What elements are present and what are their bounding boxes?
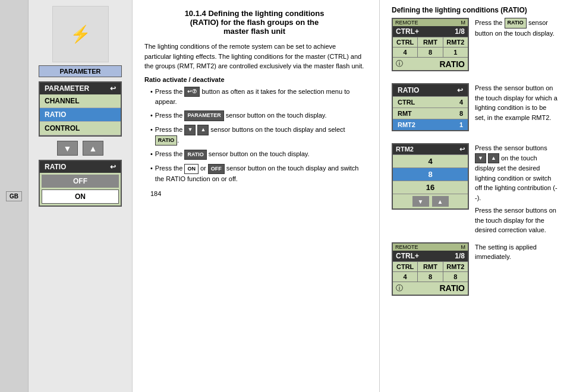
down-arrow-right: ▼ bbox=[475, 153, 486, 164]
main-content: 10.1.4 Defining the lighting conditions … bbox=[133, 0, 376, 392]
rtm2-val3: 16 bbox=[393, 181, 468, 194]
right-text-1: Press the RATIO sensor button on the tou… bbox=[475, 18, 558, 38]
down-arrow-inline: ▼ bbox=[184, 125, 196, 135]
right-lcd-2: RATIO ↩ CTRL 4 RMT 8 RMT2 1 bbox=[392, 83, 469, 136]
control-menu-item[interactable]: CONTROL bbox=[40, 122, 121, 135]
bullet-1: • Press the ↩⑦ button as often as it tak… bbox=[144, 87, 364, 107]
on-button[interactable]: ON bbox=[42, 189, 119, 204]
bullet-4: • Press the ON or OFF sensor button on t… bbox=[144, 163, 364, 184]
bullet-3b: • Press the RATIO sensor button on the t… bbox=[144, 149, 364, 160]
bottom-rmt2-header: RMT2 bbox=[443, 262, 468, 271]
bullet-2: • Press the PARAMETER sensor button on t… bbox=[144, 110, 364, 121]
right-diagrams-panel: Defining the lighting conditions (RATIO)… bbox=[383, 0, 567, 392]
right-section-2: RATIO ↩ CTRL 4 RMT 8 RMT2 1 Press the se… bbox=[392, 83, 558, 136]
page-number: 184 bbox=[150, 190, 370, 197]
ratio-menu-title: RATIO ↩ bbox=[393, 84, 468, 96]
rtm2-up-arrow[interactable]: ▲ bbox=[432, 196, 449, 207]
param-menu-title: PARAMETER ↩ bbox=[40, 83, 121, 94]
flash-unit-image: ⚡ bbox=[52, 6, 109, 62]
ratio-label-right: RATIO bbox=[505, 18, 527, 29]
rtm2-header: RTM2 ↩ bbox=[393, 144, 468, 154]
applied-text: The setting is applied immediately. bbox=[475, 242, 558, 262]
right-lcd-3: RTM2 ↩ 4 8 16 ▼ ▲ bbox=[392, 143, 469, 214]
rmt2-val: 1 bbox=[443, 48, 468, 57]
down-arrow-button[interactable]: ▼ bbox=[57, 141, 78, 156]
lcd-bottom: REMOTE M CTRL+ 1/8 CTRL RMT RMT2 4 8 8 bbox=[392, 242, 469, 296]
right-section-4: REMOTE M CTRL+ 1/8 CTRL RMT RMT2 4 8 8 bbox=[392, 242, 558, 301]
lcd-bottom-header: REMOTE M bbox=[393, 244, 468, 251]
ratio-inline-label2: RATIO bbox=[184, 150, 206, 160]
rtm2-val1: 4 bbox=[393, 154, 468, 167]
on-inline-label: ON bbox=[184, 164, 199, 175]
rmt2-header: RMT2 bbox=[443, 37, 468, 47]
right-heading: Defining the lighting conditions (RATIO) bbox=[392, 6, 558, 14]
arrow-buttons: ▼ ▲ bbox=[57, 141, 103, 156]
up-arrow-inline: ▲ bbox=[197, 125, 209, 135]
parameter-label-button[interactable]: PARAMETER bbox=[39, 65, 122, 77]
bottom-ctrl-val: 4 bbox=[393, 272, 418, 282]
left-sidebar: GB bbox=[0, 0, 29, 392]
ctrl-val: 4 bbox=[393, 48, 418, 57]
off-button[interactable]: OFF bbox=[42, 175, 119, 188]
bottom-rmt2-val: 8 bbox=[443, 272, 468, 282]
right-section-3: RTM2 ↩ 4 8 16 ▼ ▲ Press the sensor butto… bbox=[392, 143, 558, 235]
bottom-rmt-val: 8 bbox=[418, 272, 443, 282]
ratio-menu-item[interactable]: RATIO bbox=[40, 108, 121, 122]
parameter-inline-label: PARAMETER bbox=[184, 110, 223, 121]
ratio-screen: RATIO ↩ OFF ON bbox=[39, 160, 122, 207]
ratio-screen-title: RATIO ↩ bbox=[40, 161, 121, 173]
right-text-3: Press the sensor buttons ▼ ▲ on the touc… bbox=[475, 143, 558, 235]
param-menu-screen: PARAMETER ↩ CHANNEL RATIO CONTROL bbox=[39, 81, 122, 137]
section-body: The lighting conditions of the remote sy… bbox=[144, 42, 364, 71]
right-lcd-4: REMOTE M CTRL+ 1/8 CTRL RMT RMT2 4 8 8 bbox=[392, 242, 469, 301]
ctrl-header: CTRL bbox=[393, 37, 418, 47]
rtm2-screen: RTM2 ↩ 4 8 16 ▼ ▲ bbox=[392, 143, 469, 210]
right-text-2: Press the sensor button on the touch dis… bbox=[475, 83, 558, 122]
bottom-ctrl-header: CTRL bbox=[393, 262, 418, 271]
rmt-header: RMT bbox=[418, 37, 443, 47]
bullet-3a: • Press the ▼ ▲ sensor buttons on the to… bbox=[144, 125, 364, 146]
ratio-inline-label: RATIO bbox=[155, 135, 177, 146]
rtm2-down-arrow[interactable]: ▼ bbox=[412, 196, 429, 207]
lcd-ratio-menu: RATIO ↩ CTRL 4 RMT 8 RMT2 1 bbox=[392, 83, 469, 131]
parameter-sidebar: ⚡ PARAMETER PARAMETER ↩ CHANNEL RATIO CO… bbox=[29, 0, 133, 392]
gb-label: GB bbox=[6, 191, 22, 201]
right-section-1: REMOTE M CTRL+ 1/8 CTRL RMT RMT2 4 8 1 bbox=[392, 18, 558, 76]
bottom-rmt-header: RMT bbox=[418, 262, 443, 271]
up-arrow-button[interactable]: ▲ bbox=[83, 141, 103, 156]
off-inline-label: OFF bbox=[208, 164, 225, 175]
lcd-top-header: REMOTE M bbox=[393, 19, 468, 26]
channel-menu-item[interactable]: CHANNEL bbox=[40, 94, 121, 108]
rmt-val: 8 bbox=[418, 48, 443, 57]
return-icon-label: ↩⑦ bbox=[184, 87, 200, 97]
panel-divider bbox=[379, 0, 380, 392]
section-title: 10.1.4 Defining the lighting conditions … bbox=[144, 9, 364, 36]
ratio-activate-label: Ratio activate / deactivate bbox=[144, 76, 364, 83]
right-lcd-1: REMOTE M CTRL+ 1/8 CTRL RMT RMT2 4 8 1 bbox=[392, 18, 469, 76]
rtm2-arrows: ▼ ▲ bbox=[393, 194, 468, 208]
rtm2-val2: 8 bbox=[393, 167, 468, 181]
lcd-top: REMOTE M CTRL+ 1/8 CTRL RMT RMT2 4 8 1 bbox=[392, 18, 469, 71]
up-arrow-right: ▲ bbox=[488, 153, 499, 164]
